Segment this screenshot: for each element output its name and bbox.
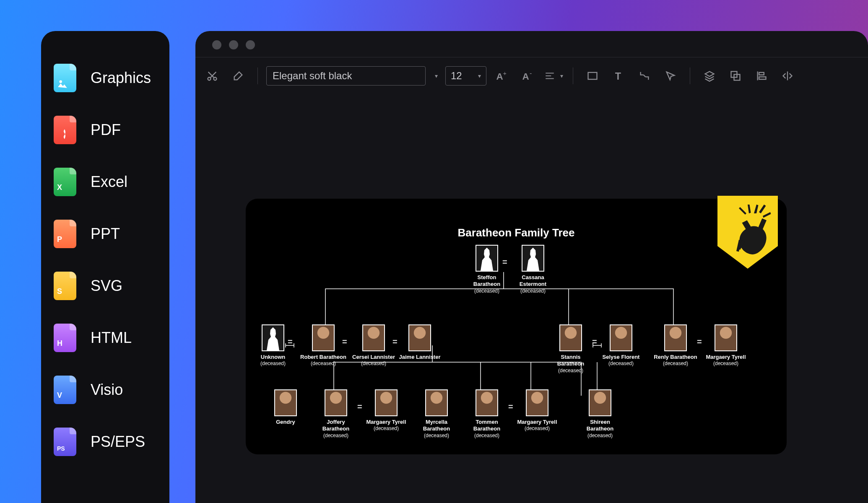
person-card[interactable]: Margaery Tyrell (deceased) <box>514 389 560 432</box>
sidebar-item-ps[interactable]: PS PS/EPS <box>53 416 158 468</box>
format-painter-icon[interactable] <box>227 65 249 87</box>
font-size-select[interactable]: 12 ▾ <box>445 66 486 86</box>
person-name: Margaery Tyrell <box>363 419 409 425</box>
portrait-photo <box>425 389 448 416</box>
diagram-canvas[interactable]: Baratheon Family Tree <box>246 199 787 454</box>
person-name: Unknown <box>250 354 296 360</box>
portrait-photo <box>664 324 687 351</box>
portrait-photo <box>715 324 737 351</box>
person-name: Margaery Tyrell <box>514 419 560 425</box>
svg-text:+: + <box>503 70 507 76</box>
chevron-down-icon: ▾ <box>560 73 563 79</box>
person-card[interactable]: Margaery Tyrell (deceased) <box>703 324 749 367</box>
excel-file-icon: X <box>53 170 77 194</box>
pointer-icon[interactable] <box>660 65 681 87</box>
person-status: (deceased) <box>250 360 296 367</box>
person-card[interactable]: Shireen Baratheon (deceased) <box>577 389 623 439</box>
person-status: (deceased) <box>514 425 560 432</box>
editor-toolbar: Elegant soft black ▾ 12 ▾ A+ A- ▾ T <box>195 57 868 94</box>
ps-file-icon: PS <box>53 430 77 454</box>
person-card[interactable]: Selyse Florent (deceased) <box>598 324 644 367</box>
person-card[interactable]: Steffon Baratheon (deceased) <box>464 245 510 294</box>
person-name: Cassana Estermont <box>510 274 556 288</box>
person-card[interactable]: Jaime Lannister <box>397 324 443 360</box>
person-card[interactable]: Cersei Lannister (deceased) <box>351 324 397 367</box>
editor-window: Elegant soft black ▾ 12 ▾ A+ A- ▾ T Bara… <box>195 31 868 503</box>
marriage-link-icon: = <box>508 402 513 412</box>
person-name: Renly Baratheon <box>652 354 699 360</box>
font-family-select[interactable]: Elegant soft black <box>266 66 426 86</box>
portrait-photo <box>589 389 611 416</box>
rectangle-shape-icon[interactable] <box>582 65 603 87</box>
align-icon[interactable]: ▾ <box>543 65 564 87</box>
increase-font-icon[interactable]: A+ <box>491 65 512 87</box>
portrait-photo <box>312 324 335 351</box>
person-status: (deceased) <box>363 425 409 432</box>
sidebar-item-ppt[interactable]: P PPT <box>53 208 158 260</box>
decrease-font-icon[interactable]: A- <box>517 65 538 87</box>
person-status: (deceased) <box>652 360 699 367</box>
sidebar-item-visio[interactable]: V Visio <box>53 364 158 416</box>
portrait-silhouette-icon <box>522 245 544 272</box>
sidebar-item-label: HTML <box>91 329 132 347</box>
person-name: Myrcella Baratheon <box>413 419 460 433</box>
person-status: (deceased) <box>548 368 594 374</box>
person-card[interactable]: Myrcella Baratheon (deceased) <box>413 389 460 439</box>
ppt-file-icon: P <box>53 222 77 246</box>
portrait-silhouette-icon <box>262 324 284 351</box>
person-card[interactable]: Cassana Estermont (deceased) <box>510 245 556 294</box>
html-file-icon: H <box>53 326 77 350</box>
marriage-link-icon: = <box>357 402 362 412</box>
visio-file-icon: V <box>53 378 77 402</box>
person-card[interactable]: Robert Baratheon (deceased) <box>300 324 346 367</box>
svg-text:A: A <box>522 71 529 81</box>
person-status: (deceased) <box>464 433 510 439</box>
layers-icon[interactable] <box>699 65 720 87</box>
svg-rect-12 <box>759 77 766 79</box>
connector-icon[interactable] <box>634 65 655 87</box>
portrait-photo <box>408 324 431 351</box>
baratheon-stag-crest-icon <box>716 193 779 272</box>
sidebar-item-label: Excel <box>91 173 127 191</box>
chevron-down-icon[interactable]: ▾ <box>435 73 438 79</box>
sidebar-item-pdf[interactable]: PDF <box>53 104 158 156</box>
flip-icon[interactable] <box>777 65 798 87</box>
cut-icon[interactable] <box>201 65 223 87</box>
svg-rect-7 <box>588 72 597 79</box>
group-icon[interactable] <box>725 65 746 87</box>
sidebar-item-label: PDF <box>91 121 121 139</box>
portrait-photo <box>325 389 347 416</box>
window-titlebar <box>195 31 868 57</box>
person-status: (deceased) <box>413 433 460 439</box>
person-card[interactable]: Margaery Tyrell (deceased) <box>363 389 409 432</box>
sidebar-item-label: PPT <box>91 225 120 243</box>
portrait-photo <box>274 389 297 416</box>
person-card[interactable]: Tommen Baratheon (deceased) <box>464 389 510 439</box>
person-name: Selyse Florent <box>598 354 644 360</box>
align-objects-icon[interactable] <box>751 65 772 87</box>
window-minimize-dot[interactable] <box>229 40 238 49</box>
text-tool-icon[interactable]: T <box>608 65 629 87</box>
person-status: (deceased) <box>300 360 346 367</box>
window-maximize-dot[interactable] <box>246 40 255 49</box>
person-card[interactable]: Stannis Baratheon (deceased) <box>548 324 594 374</box>
person-card[interactable]: Gendry <box>262 389 309 425</box>
sidebar-item-svg[interactable]: S SVG <box>53 260 158 312</box>
person-card[interactable]: Renly Baratheon (deceased) <box>652 324 699 367</box>
font-size-value: 12 <box>451 70 462 82</box>
person-name: Jaime Lannister <box>397 354 443 360</box>
person-name: Steffon Baratheon <box>464 274 510 288</box>
person-name: Joffery Baratheon <box>313 419 359 433</box>
sidebar-item-label: Graphics <box>91 69 151 87</box>
sidebar-item-html[interactable]: H HTML <box>53 312 158 364</box>
person-name: Cersei Lannister <box>351 354 397 360</box>
toolbar-divider <box>257 67 258 84</box>
sidebar-item-excel[interactable]: X Excel <box>53 156 158 208</box>
person-status: (deceased) <box>313 433 359 439</box>
window-close-dot[interactable] <box>212 40 221 49</box>
portrait-photo <box>362 324 385 351</box>
font-family-value: Elegant soft black <box>273 70 352 82</box>
sidebar-item-graphics[interactable]: Graphics <box>53 52 158 104</box>
person-card[interactable]: Joffery Baratheon (deceased) <box>313 389 359 439</box>
person-status: (deceased) <box>351 360 397 367</box>
